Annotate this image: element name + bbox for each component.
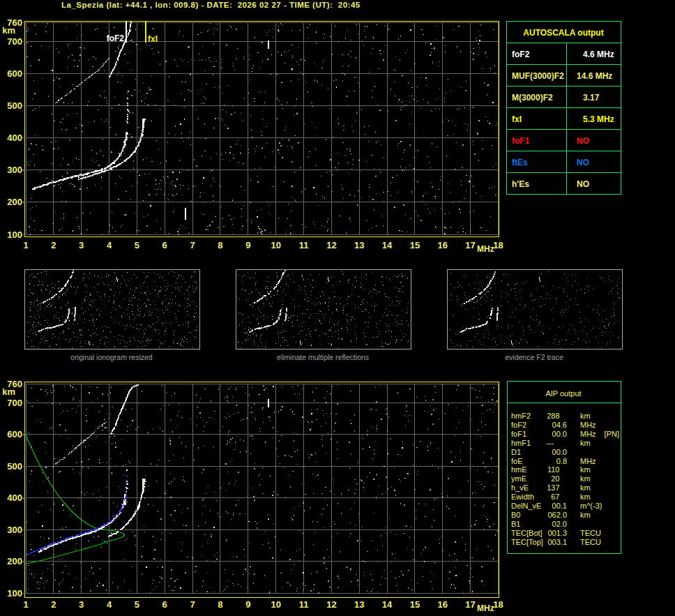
svg-text:16: 16: [438, 240, 448, 250]
svg-text:1: 1: [23, 599, 28, 610]
svg-text:001.3: 001.3: [547, 529, 567, 537]
svg-text:12: 12: [326, 240, 336, 250]
svg-text:2: 2: [51, 240, 56, 250]
svg-text:5: 5: [135, 240, 139, 250]
svg-text:km: km: [580, 465, 591, 474]
svg-text:TEC[Top]: TEC[Top]: [511, 538, 543, 546]
svg-text:200: 200: [7, 197, 22, 207]
svg-text:NO: NO: [577, 179, 589, 189]
svg-text:Ewidth: Ewidth: [511, 493, 534, 501]
svg-text:15: 15: [410, 240, 420, 250]
svg-text:[PN]: [PN]: [605, 430, 619, 438]
svg-text:16: 16: [438, 599, 448, 610]
svg-text:12: 12: [326, 599, 336, 610]
svg-text:10: 10: [271, 599, 280, 610]
svg-text:AUTOSCALA output: AUTOSCALA output: [523, 28, 603, 38]
svg-text:foF2: foF2: [107, 33, 125, 43]
svg-text:km: km: [580, 493, 591, 501]
svg-text:hmF1: hmF1: [511, 439, 531, 447]
svg-text:003.1: 003.1: [547, 538, 567, 546]
svg-text:B1: B1: [511, 520, 520, 528]
svg-text:3.17: 3.17: [583, 93, 600, 103]
svg-text:TECU: TECU: [580, 529, 601, 537]
svg-text:3: 3: [79, 599, 84, 610]
svg-text:00.1: 00.1: [552, 502, 567, 510]
svg-text:2: 2: [51, 599, 56, 610]
svg-text:MHz: MHz: [580, 421, 596, 429]
svg-text:6: 6: [162, 240, 167, 250]
svg-text:14: 14: [382, 599, 393, 610]
svg-text:20: 20: [551, 474, 559, 483]
svg-text:3: 3: [79, 240, 84, 250]
svg-text:400: 400: [7, 493, 22, 503]
svg-text:km: km: [580, 511, 591, 519]
svg-text:original ionogram resized: original ionogram resized: [70, 353, 152, 361]
svg-text:7: 7: [190, 240, 195, 250]
svg-text:km: km: [580, 483, 591, 492]
svg-text:AIP output: AIP output: [545, 389, 581, 398]
svg-text:00.0: 00.0: [552, 448, 567, 456]
svg-text:200: 200: [7, 556, 22, 566]
svg-text:500: 500: [7, 461, 22, 472]
svg-text:600: 600: [7, 429, 22, 440]
svg-text:ftEs: ftEs: [512, 158, 528, 167]
svg-text:67: 67: [551, 493, 559, 501]
svg-text:300: 300: [7, 525, 22, 535]
svg-text:100: 100: [7, 588, 22, 599]
svg-text:km: km: [580, 412, 591, 420]
svg-text:04.6: 04.6: [552, 421, 567, 429]
svg-text:17: 17: [465, 599, 475, 610]
svg-text:17: 17: [465, 240, 475, 250]
svg-text:18: 18: [493, 240, 503, 250]
svg-text:9: 9: [245, 240, 250, 250]
svg-text:D1: D1: [511, 448, 521, 456]
svg-text:foF1: foF1: [511, 430, 526, 438]
svg-text:11: 11: [299, 599, 309, 610]
svg-text:18: 18: [493, 599, 503, 610]
svg-text:8: 8: [218, 599, 222, 610]
svg-text:MHz: MHz: [477, 244, 494, 254]
svg-text:7: 7: [190, 599, 195, 610]
svg-text:600: 600: [7, 68, 22, 79]
svg-text:km: km: [580, 474, 591, 483]
svg-text:foF1: foF1: [512, 136, 530, 146]
svg-text:m^(-3): m^(-3): [580, 502, 602, 510]
svg-text:h'Es: h'Es: [512, 179, 529, 189]
svg-text:MUF(3000)F2: MUF(3000)F2: [512, 71, 564, 81]
svg-text:MHz: MHz: [580, 457, 596, 465]
svg-text:---: ---: [546, 439, 554, 447]
svg-text:062.0: 062.0: [547, 511, 567, 519]
svg-text:DelN_vE: DelN_vE: [511, 502, 541, 510]
svg-text:02.0: 02.0: [552, 520, 567, 528]
svg-text:11: 11: [299, 240, 309, 250]
svg-text:foE: foE: [511, 457, 523, 465]
svg-text:foF2: foF2: [511, 421, 526, 429]
svg-text:hmE: hmE: [511, 465, 527, 474]
svg-text:ymE: ymE: [511, 474, 526, 483]
svg-text:700: 700: [7, 36, 22, 47]
svg-text:500: 500: [7, 100, 22, 111]
svg-text:1: 1: [23, 240, 28, 250]
svg-text:eliminate multiple reflections: eliminate multiple reflections: [277, 353, 369, 361]
svg-text:evidence F2 trace: evidence F2 trace: [505, 353, 563, 361]
svg-text:110: 110: [547, 465, 560, 474]
svg-text:4.6 MHz: 4.6 MHz: [583, 50, 614, 59]
svg-text:5.3 MHz: 5.3 MHz: [583, 114, 614, 124]
svg-text:TEC[Bot]: TEC[Bot]: [511, 529, 543, 537]
svg-text:00.0: 00.0: [552, 430, 567, 438]
svg-text:5: 5: [135, 599, 139, 610]
svg-text:4: 4: [107, 599, 112, 610]
svg-text:hmF2: hmF2: [511, 412, 531, 420]
svg-text:300: 300: [7, 165, 22, 175]
svg-text:15: 15: [410, 599, 420, 610]
svg-text:14.6 MHz: 14.6 MHz: [577, 71, 612, 81]
svg-text:400: 400: [7, 133, 22, 143]
svg-text:km: km: [2, 25, 15, 36]
svg-text:14: 14: [382, 240, 393, 250]
svg-text:0.8: 0.8: [556, 457, 567, 465]
svg-text:B0: B0: [511, 511, 520, 519]
svg-text:TECU: TECU: [580, 538, 601, 546]
svg-text:La_Spezia (lat: +44.1 , lon: 0: La_Spezia (lat: +44.1 , lon: 009.8) - DA…: [61, 1, 361, 9]
svg-text:10: 10: [271, 240, 280, 250]
svg-text:13: 13: [354, 240, 364, 250]
